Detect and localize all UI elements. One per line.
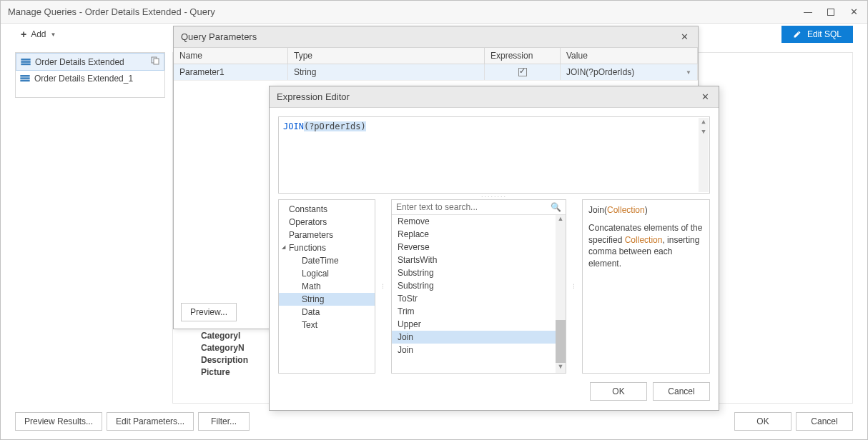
tree-item-logical[interactable]: Logical bbox=[279, 267, 375, 280]
queries-panel: Order Details Extended Order Details Ext… bbox=[15, 52, 165, 98]
svg-rect-4 bbox=[154, 59, 159, 64]
grid-header: Name Type Expression Value bbox=[174, 48, 698, 64]
fn-item[interactable]: Join bbox=[392, 344, 566, 356]
fn-item[interactable]: StartsWith bbox=[392, 254, 566, 266]
dialog-title: Query Parameters bbox=[181, 31, 678, 42]
dialog-titlebar: Query Parameters bbox=[174, 26, 698, 48]
scrollbar[interactable]: ▲ ▼ bbox=[699, 118, 709, 192]
preview-button[interactable]: Preview... bbox=[181, 303, 237, 321]
tree-item-data[interactable]: Data bbox=[279, 306, 375, 319]
columns-list: CategoryI CategoryN Description Picture bbox=[201, 331, 248, 379]
fn-item[interactable]: Remove bbox=[392, 215, 566, 228]
plus-icon: + bbox=[21, 29, 26, 40]
expression-input[interactable]: JOIN(?pOrderIds) ▲ ▼ bbox=[278, 116, 710, 194]
param-value-cell[interactable]: JOIN(?pOrderIds) ▼ bbox=[561, 64, 698, 80]
help-pane: Join(Collection) Concatenates elements o… bbox=[582, 199, 710, 374]
preview-results-button[interactable]: Preview Results... bbox=[15, 412, 102, 431]
column-name: CategoryI bbox=[201, 331, 248, 341]
close-icon[interactable] bbox=[699, 91, 711, 104]
minimize-icon[interactable] bbox=[802, 6, 814, 19]
close-icon[interactable] bbox=[678, 31, 691, 44]
param-type-cell[interactable]: String bbox=[288, 64, 485, 80]
query-item[interactable]: Order Details Extended bbox=[16, 53, 164, 71]
column-name: CategoryN bbox=[201, 343, 248, 353]
column-header-expression[interactable]: Expression bbox=[485, 48, 561, 64]
search-input[interactable] bbox=[396, 202, 551, 212]
expression-editor-dialog: Expression Editor JOIN(?pOrderIds) ▲ ▼ ∙… bbox=[269, 86, 719, 411]
svg-rect-7 bbox=[20, 80, 29, 82]
main-window-title: Manage Queries - Order Details Extended … bbox=[8, 6, 802, 17]
dialog-titlebar: Expression Editor bbox=[270, 86, 719, 108]
column-header-name[interactable]: Name bbox=[174, 48, 288, 64]
fn-item[interactable]: Substring bbox=[392, 266, 566, 279]
param-name-cell[interactable]: Parameter1 bbox=[174, 64, 288, 80]
param-value-text: JOIN(?pOrderIds) bbox=[566, 67, 634, 77]
category-tree: Constants Operators Parameters Functions… bbox=[278, 199, 375, 374]
table-icon bbox=[21, 59, 31, 66]
ok-button[interactable]: OK bbox=[734, 412, 791, 431]
scroll-up-icon[interactable]: ▲ bbox=[699, 118, 709, 128]
param-expression-cell[interactable] bbox=[485, 64, 561, 80]
tree-item-text[interactable]: Text bbox=[279, 319, 375, 331]
tree-item-constants[interactable]: Constants bbox=[279, 203, 375, 216]
fn-item[interactable]: Reverse bbox=[392, 241, 566, 254]
edit-sql-label: Edit SQL bbox=[807, 29, 842, 39]
scroll-down-icon[interactable]: ▼ bbox=[699, 128, 709, 138]
svg-rect-2 bbox=[21, 63, 30, 65]
svg-rect-6 bbox=[20, 77, 29, 79]
scroll-up-icon[interactable]: ▲ bbox=[556, 215, 566, 225]
scroll-thumb[interactable] bbox=[556, 320, 566, 363]
main-window-titlebar: Manage Queries - Order Details Extended … bbox=[1, 1, 867, 24]
fn-item[interactable]: Join bbox=[392, 331, 566, 344]
function-list: Remove Replace Reverse StartsWith Substr… bbox=[392, 215, 566, 373]
chevron-down-icon: ▼ bbox=[51, 31, 56, 38]
close-icon[interactable] bbox=[847, 6, 860, 19]
tree-item-operators[interactable]: Operators bbox=[279, 216, 375, 229]
search-box: 🔍 bbox=[392, 200, 566, 215]
chevron-down-icon[interactable]: ▼ bbox=[686, 69, 691, 76]
expr-keyword: JOIN bbox=[283, 121, 304, 131]
copy-icon[interactable] bbox=[151, 56, 159, 67]
fn-item[interactable]: ToStr bbox=[392, 292, 566, 305]
scroll-down-icon[interactable]: ▼ bbox=[556, 363, 566, 373]
dialog-title: Expression Editor bbox=[277, 91, 699, 102]
checkbox-icon[interactable] bbox=[518, 68, 527, 76]
tree-item-functions[interactable]: Functions bbox=[279, 241, 375, 254]
fn-item[interactable]: Upper bbox=[392, 318, 566, 331]
expression-editor-buttons: OK Cancel bbox=[278, 382, 710, 401]
fn-item[interactable]: Substring bbox=[392, 279, 566, 292]
cancel-button[interactable]: Cancel bbox=[653, 382, 710, 401]
edit-sql-button[interactable]: Edit SQL bbox=[781, 26, 853, 43]
filter-button[interactable]: Filter... bbox=[198, 412, 250, 431]
tree-item-datetime[interactable]: DateTime bbox=[279, 254, 375, 267]
query-item-label: Order Details Extended bbox=[35, 57, 124, 67]
maximize-icon[interactable] bbox=[824, 6, 837, 19]
vertical-grip[interactable]: ∙∙∙ bbox=[572, 199, 576, 374]
main-bottom-buttons: Preview Results... Edit Parameters... Fi… bbox=[15, 412, 853, 431]
tree-item-string[interactable]: String bbox=[279, 293, 375, 306]
tree-item-math[interactable]: Math bbox=[279, 280, 375, 293]
fn-item[interactable]: Replace bbox=[392, 228, 566, 241]
svg-rect-5 bbox=[20, 75, 29, 77]
add-label: Add bbox=[31, 29, 46, 39]
horizontal-grip[interactable]: ∙∙∙∙∙∙∙∙ bbox=[278, 194, 710, 199]
column-header-type[interactable]: Type bbox=[288, 48, 485, 64]
vertical-grip[interactable]: ∙∙∙ bbox=[381, 199, 385, 374]
cancel-button[interactable]: Cancel bbox=[796, 412, 853, 431]
edit-parameters-button[interactable]: Edit Parameters... bbox=[107, 412, 194, 431]
grid-row[interactable]: Parameter1 String JOIN(?pOrderIds) ▼ bbox=[174, 64, 698, 81]
add-button[interactable]: + Add ▼ bbox=[15, 26, 61, 42]
query-item[interactable]: Order Details Extended_1 bbox=[16, 71, 164, 86]
column-name: Description bbox=[201, 355, 248, 365]
column-name: Picture bbox=[201, 367, 248, 377]
svg-rect-0 bbox=[21, 59, 30, 61]
query-item-label: Order Details Extended_1 bbox=[34, 74, 133, 84]
search-icon[interactable]: 🔍 bbox=[551, 202, 561, 212]
scrollbar[interactable]: ▲ ▼ bbox=[556, 215, 566, 373]
column-header-value[interactable]: Value bbox=[561, 48, 698, 64]
tree-item-parameters[interactable]: Parameters bbox=[279, 229, 375, 241]
fn-item[interactable]: Trim bbox=[392, 305, 566, 318]
pencil-icon bbox=[793, 30, 802, 39]
help-body: Concatenates elements of the specified C… bbox=[588, 222, 704, 270]
ok-button[interactable]: OK bbox=[590, 382, 647, 401]
